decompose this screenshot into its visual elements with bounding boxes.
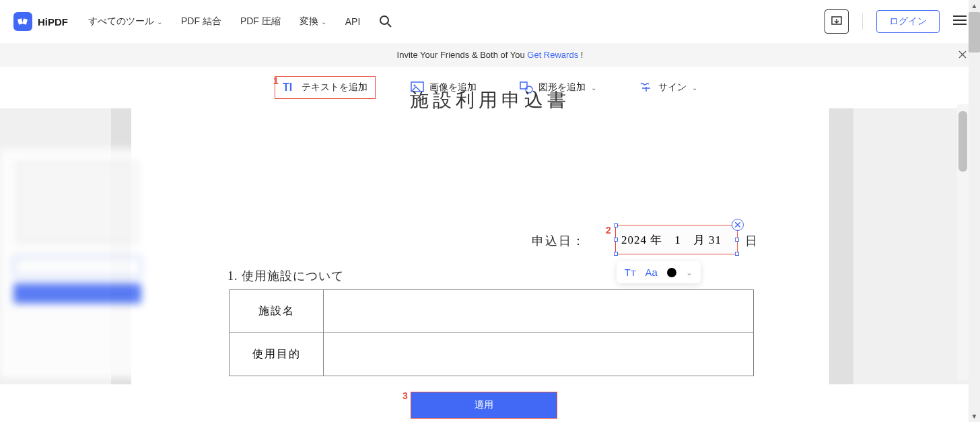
date-label: 申込日： — [532, 233, 586, 249]
search-button[interactable] — [379, 15, 392, 28]
add-text-tool[interactable]: TI テキストを追加 — [275, 76, 376, 99]
date-suffix: 日 — [745, 233, 757, 249]
download-desktop-button[interactable] — [825, 9, 849, 34]
svg-rect-1 — [22, 18, 28, 24]
apply-button[interactable]: 適用 — [411, 392, 557, 419]
font-family-button[interactable]: Aa — [645, 267, 658, 278]
text-color-button[interactable] — [667, 268, 676, 277]
sign-tool[interactable]: サイン ⌄ — [631, 76, 705, 99]
hamburger-icon — [953, 15, 967, 26]
table-label-cell: 施設名 — [230, 290, 324, 333]
svg-point-13 — [414, 85, 416, 87]
more-options-button[interactable]: ⌄ — [686, 268, 693, 277]
nav-merge[interactable]: PDF 結合 — [181, 15, 221, 28]
chevron-down-icon: ⌄ — [591, 84, 596, 92]
sidebar-panel — [0, 149, 155, 378]
login-button[interactable]: ログイン — [876, 10, 940, 33]
resize-handle[interactable] — [614, 252, 618, 256]
logo[interactable]: HiPDF — [13, 12, 68, 31]
table-value-cell — [324, 290, 754, 333]
annotation-marker-2: 2 — [606, 225, 611, 236]
chevron-down-icon: ⌄ — [157, 18, 162, 26]
download-icon — [831, 15, 843, 28]
scroll-down-button[interactable]: ▼ — [969, 411, 980, 422]
rewards-link[interactable]: Get Rewards — [527, 50, 578, 60]
nav-convert[interactable]: 変換⌄ — [300, 15, 326, 28]
nav-api[interactable]: API — [345, 16, 361, 27]
text-icon: TI — [283, 81, 296, 94]
nav-compress[interactable]: PDF 圧縮 — [240, 15, 281, 28]
promo-banner: Invite Your Friends & Both of You Get Re… — [0, 43, 980, 67]
table-value-cell — [324, 333, 754, 376]
chevron-down-icon: ⌄ — [321, 18, 326, 26]
svg-point-2 — [380, 16, 388, 24]
menu-button[interactable] — [953, 15, 967, 28]
resize-handle[interactable] — [614, 238, 618, 242]
scroll-up-button[interactable]: ▲ — [969, 0, 980, 11]
scrollbar-thumb[interactable] — [958, 111, 967, 172]
table-row: 施設名 — [230, 290, 754, 333]
document-title: 施設利用申込書 — [410, 87, 570, 113]
svg-line-3 — [388, 24, 391, 27]
resize-handle[interactable] — [614, 223, 618, 227]
annotation-marker-1: 1 — [273, 75, 279, 86]
divider — [862, 13, 863, 30]
close-icon — [735, 222, 740, 227]
editor-scrollbar[interactable] — [957, 104, 969, 380]
sign-icon — [639, 81, 653, 94]
svg-rect-0 — [18, 18, 23, 24]
text-annotation-box[interactable]: 2024 年 1 月 31 — [615, 225, 738, 254]
font-size-button[interactable]: Tᴛ — [625, 267, 636, 278]
close-banner-button[interactable] — [958, 49, 967, 61]
section-heading: 1. 使用施設について — [228, 268, 344, 284]
logo-text: HiPDF — [38, 16, 68, 28]
resize-handle[interactable] — [735, 252, 739, 256]
nav-all-tools[interactable]: すべてのツール⌄ — [88, 15, 162, 28]
text-format-toolbar: Tᴛ Aa ⌄ — [617, 261, 701, 283]
search-icon — [379, 15, 392, 28]
chevron-down-icon: ⌄ — [692, 84, 697, 92]
page-scrollbar[interactable]: ▲ ▼ — [969, 0, 980, 422]
scrollbar-thumb[interactable] — [969, 12, 980, 52]
resize-handle[interactable] — [735, 238, 739, 242]
page-gutter-right — [829, 108, 853, 384]
close-icon — [958, 50, 967, 59]
logo-icon — [13, 12, 32, 31]
annotation-marker-3: 3 — [403, 390, 408, 401]
form-table: 施設名 使用目的 — [229, 289, 754, 376]
svg-text:TI: TI — [283, 81, 292, 93]
delete-annotation-button[interactable] — [732, 219, 744, 231]
table-row: 使用目的 — [230, 333, 754, 376]
table-label-cell: 使用目的 — [230, 333, 324, 376]
